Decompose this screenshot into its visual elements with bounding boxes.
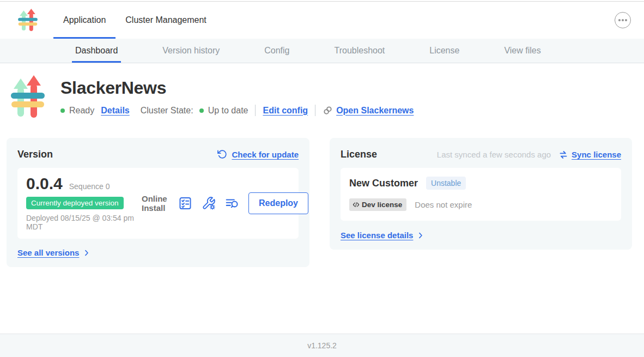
- tab-version-history-label: Version history: [162, 46, 220, 56]
- sync-license-link[interactable]: Sync license: [558, 150, 621, 160]
- tab-dashboard[interactable]: Dashboard: [72, 39, 121, 63]
- refresh-icon: [217, 149, 227, 160]
- see-license-details-link[interactable]: See license details: [341, 231, 621, 240]
- current-version-panel: 0.0.4 Sequence 0 Currently deployed vers…: [17, 168, 299, 239]
- license-expiry-text: Does not expire: [415, 200, 472, 209]
- cluster-state-dot: [199, 108, 204, 113]
- tab-dashboard-label: Dashboard: [75, 46, 118, 56]
- sync-arrows-icon: [558, 150, 568, 160]
- install-type-label: Online Install: [142, 194, 169, 213]
- license-info-panel: New Customer Unstable Dev license: [341, 168, 621, 221]
- overflow-menu-icon[interactable]: [615, 12, 631, 28]
- license-card-title: License: [341, 149, 377, 160]
- version-card-title: Version: [17, 149, 53, 160]
- license-card: License Last synced a few seconds ago Sy…: [330, 138, 632, 250]
- top-navbar: Application Cluster Management: [0, 2, 644, 39]
- open-app-link[interactable]: Open Slackernews: [323, 105, 414, 116]
- app-status-row: Ready Details Cluster State: Up to date …: [60, 105, 414, 116]
- divider: [315, 105, 315, 116]
- top-nav-tabs: Application Cluster Management: [53, 2, 216, 39]
- admin-console-page: Application Cluster Management Dashboard…: [0, 0, 644, 357]
- see-license-details-label: See license details: [341, 231, 413, 240]
- tab-application-label: Application: [63, 15, 106, 25]
- slackernews-logo-icon: [17, 8, 38, 32]
- version-number: 0.0.4: [26, 174, 63, 193]
- tab-license[interactable]: License: [426, 39, 463, 63]
- check-for-update-link[interactable]: Check for update: [217, 149, 299, 160]
- sync-license-label: Sync license: [572, 150, 621, 159]
- config-wrench-icon[interactable]: [202, 196, 216, 210]
- version-sequence: Sequence 0: [69, 182, 110, 191]
- version-actions: Online Install: [142, 192, 308, 214]
- slackernews-app-logo: [10, 74, 46, 120]
- chevron-right-icon: [83, 249, 90, 257]
- see-all-versions-label: See all versions: [17, 248, 79, 257]
- main-content: SlackerNews Ready Details Cluster State:…: [0, 63, 644, 334]
- footer: v1.125.2: [0, 334, 644, 357]
- view-logs-icon[interactable]: [225, 196, 239, 210]
- divider: [255, 105, 256, 116]
- check-for-update-label: Check for update: [232, 150, 299, 159]
- tab-view-files[interactable]: View files: [501, 39, 544, 63]
- version-card: Version Check for update 0.0.4 Sequence: [7, 138, 309, 267]
- see-all-versions-link[interactable]: See all versions: [17, 248, 299, 257]
- tab-application[interactable]: Application: [53, 2, 116, 39]
- app-header: SlackerNews Ready Details Cluster State:…: [0, 63, 644, 120]
- app-subnav: Dashboard Version history Config Trouble…: [0, 39, 644, 63]
- tab-cluster-management[interactable]: Cluster Management: [116, 2, 216, 39]
- channel-badge: Unstable: [426, 177, 466, 190]
- tab-troubleshoot-label: Troubleshoot: [334, 46, 385, 56]
- link-chain-icon: [323, 105, 333, 116]
- license-type-badge: Dev license: [349, 198, 406, 211]
- tab-version-history[interactable]: Version history: [159, 39, 223, 63]
- preflight-checks-icon[interactable]: [178, 196, 192, 210]
- tab-config-label: Config: [264, 46, 289, 56]
- top-navbar-right: [615, 12, 631, 28]
- app-status-dot: [60, 108, 65, 113]
- open-app-link-label: Open Slackernews: [336, 106, 414, 116]
- app-status-text: Ready: [69, 106, 94, 116]
- tab-troubleshoot[interactable]: Troubleshoot: [331, 39, 388, 63]
- tab-view-files-label: View files: [504, 46, 540, 56]
- dashboard-cards: Version Check for update 0.0.4 Sequence: [0, 138, 644, 267]
- last-synced-text: Last synced a few seconds ago: [437, 150, 551, 159]
- license-type-label: Dev license: [362, 201, 402, 209]
- page-title: SlackerNews: [60, 78, 414, 98]
- edit-config-link[interactable]: Edit config: [263, 106, 308, 116]
- deployed-timestamp: Deployed 08/15/25 @ 03:54 pm MDT: [26, 214, 142, 231]
- license-card-header: License Last synced a few seconds ago Sy…: [341, 149, 621, 160]
- version-info: 0.0.4 Sequence 0 Currently deployed vers…: [26, 174, 142, 232]
- tab-license-label: License: [429, 46, 459, 56]
- tab-config[interactable]: Config: [261, 39, 293, 63]
- console-version-text: v1.125.2: [307, 341, 337, 350]
- chevron-right-icon: [417, 232, 424, 239]
- cluster-state-value: Up to date: [208, 106, 248, 116]
- customer-name: New Customer: [349, 178, 418, 189]
- deployed-status-badge: Currently deployed version: [26, 197, 124, 209]
- code-icon: [352, 201, 360, 209]
- tab-cluster-management-label: Cluster Management: [125, 15, 206, 25]
- cluster-state-label: Cluster State:: [141, 106, 193, 116]
- redeploy-button[interactable]: Redeploy: [248, 192, 308, 214]
- version-card-header: Version Check for update: [17, 149, 299, 160]
- details-link[interactable]: Details: [101, 106, 129, 116]
